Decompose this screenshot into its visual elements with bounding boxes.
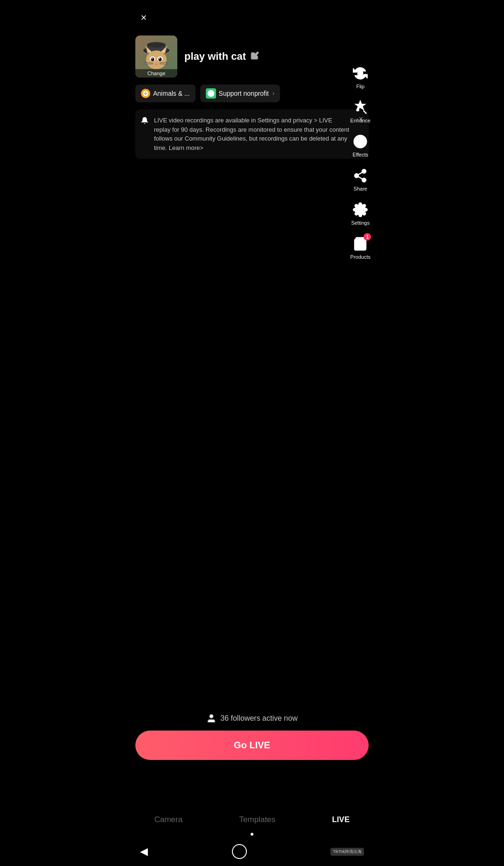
svg-point-4 <box>146 50 167 69</box>
stream-title: play with cat <box>184 50 246 63</box>
svg-point-32 <box>362 170 366 173</box>
profile-section: Change play with cat <box>126 31 378 85</box>
settings-label: Settings <box>351 220 370 226</box>
sidebar-item-effects[interactable]: Effects <box>349 129 372 161</box>
sidebar-item-settings[interactable]: Settings <box>348 197 372 229</box>
settings-icon <box>351 201 369 219</box>
close-button[interactable]: × <box>135 9 152 26</box>
edit-icon[interactable] <box>251 51 259 62</box>
bell-icon <box>141 117 148 126</box>
tab-live[interactable]: LIVE <box>322 811 359 828</box>
followers-count-text: 36 followers active now <box>220 714 297 723</box>
enhance-icon <box>351 99 369 116</box>
sidebar-item-products[interactable]: 1 Products <box>348 231 373 263</box>
bottom-nav: Camera Templates LIVE <box>126 802 378 833</box>
flip-icon <box>351 64 369 82</box>
flip-label: Flip <box>356 84 364 89</box>
title-edit-row: play with cat <box>184 50 259 63</box>
sidebar-item-share[interactable]: Share <box>349 163 372 195</box>
tag-animals[interactable]: Animals & ... <box>135 85 196 102</box>
svg-point-11 <box>151 57 154 61</box>
svg-point-14 <box>159 58 160 59</box>
watermark: TikTok跨境出海 <box>330 848 364 856</box>
nav-dot <box>251 833 253 836</box>
svg-point-34 <box>362 178 366 182</box>
avatar-wrapper[interactable]: Change <box>135 35 177 78</box>
svg-point-13 <box>152 58 153 59</box>
top-bar: × <box>126 0 378 31</box>
system-nav: ◀ TikTok跨境出海 <box>126 839 378 866</box>
svg-point-12 <box>159 57 162 61</box>
share-icon <box>351 167 369 185</box>
enhance-label: Enhance <box>350 118 371 123</box>
share-label: Share <box>354 186 367 192</box>
tags-row: Animals & ... Support nonprofit › <box>126 85 378 109</box>
animals-tag-label: Animals & ... <box>153 90 190 97</box>
animals-icon <box>141 89 150 98</box>
main-container: × <box>126 0 378 866</box>
effects-label: Effects <box>353 152 368 157</box>
notice-text: LIVE video recordings are available in S… <box>154 116 350 152</box>
products-badge: 1 <box>364 233 371 241</box>
nav-indicator <box>126 833 378 839</box>
nonprofit-icon <box>206 88 216 99</box>
svg-line-36 <box>358 172 363 175</box>
svg-point-25 <box>358 71 363 76</box>
nonprofit-tag-label: Support nonprofit <box>219 90 269 97</box>
tab-templates[interactable]: Templates <box>230 811 285 828</box>
right-sidebar: Flip Enhance <box>348 61 373 263</box>
chevron-icon: › <box>273 90 274 97</box>
notice-box: LIVE video recordings are available in S… <box>135 109 369 159</box>
sidebar-item-enhance[interactable]: Enhance <box>348 95 373 127</box>
products-icon-wrapper: 1 <box>351 235 369 253</box>
change-label: Change <box>135 69 177 78</box>
go-live-button[interactable]: Go LIVE <box>135 731 369 760</box>
system-home-button[interactable] <box>232 844 247 859</box>
effects-icon <box>351 133 369 150</box>
system-back-button[interactable]: ◀ <box>140 845 148 858</box>
svg-point-27 <box>357 109 359 111</box>
svg-line-26 <box>364 111 367 114</box>
products-label: Products <box>350 254 371 260</box>
svg-point-3 <box>147 42 166 48</box>
followers-person-icon <box>206 713 217 724</box>
sidebar-item-flip[interactable]: Flip <box>349 61 372 93</box>
svg-line-35 <box>358 177 363 179</box>
tag-nonprofit[interactable]: Support nonprofit › <box>200 85 280 102</box>
svg-point-33 <box>355 174 358 177</box>
followers-section: 36 followers active now <box>126 704 378 731</box>
watermark-text: TikTok跨境出海 <box>330 848 364 856</box>
tab-camera[interactable]: Camera <box>145 811 192 828</box>
svg-point-39 <box>210 715 213 718</box>
